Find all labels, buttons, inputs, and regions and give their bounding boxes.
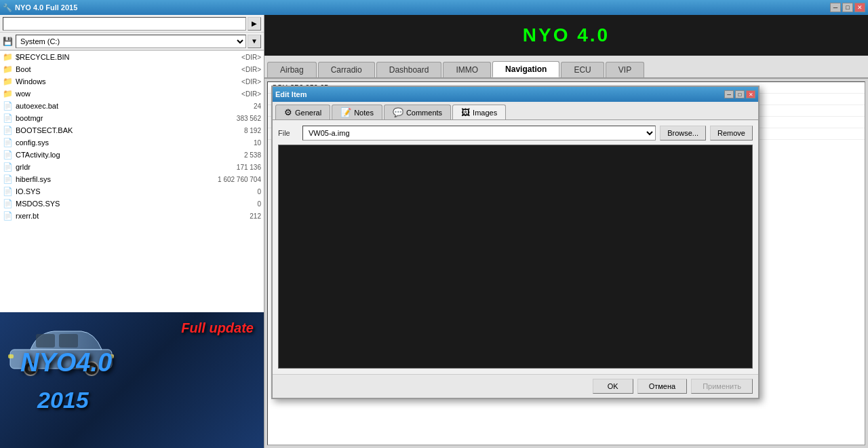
promo-nyo: NYO4.0	[20, 350, 112, 375]
dialog-overlay: Edit Item ─ □ ✕ ⚙General📝Notes💬Comments🖼…	[264, 79, 868, 448]
list-item[interactable]: 📄IO.SYS0	[0, 185, 264, 198]
minimize-button[interactable]: ─	[830, 3, 841, 12]
file-item-name: grldr	[16, 163, 193, 171]
dialog-tab-label: Comments	[406, 109, 442, 117]
list-item[interactable]: 📄grldr171 136	[0, 161, 264, 173]
file-item-size: 1 602 760 704	[193, 176, 261, 183]
file-item-size: 8 192	[193, 127, 261, 134]
file-item-size: <DIR>	[193, 54, 261, 61]
list-item[interactable]: 📄autoexec.bat24	[0, 100, 264, 112]
tab-carradio[interactable]: Carradio	[318, 62, 375, 77]
title-bar-left: 🔧 NYO 4.0 Full 2015	[3, 3, 77, 12]
list-item[interactable]: 📄bootmgr383 562	[0, 112, 264, 124]
app-title: NYO 4.0 Full 2015	[15, 3, 77, 12]
promo-full-update: Full update	[181, 320, 254, 336]
file-item-size: 10	[193, 139, 261, 147]
file-item-name: wow	[16, 90, 193, 98]
dialog-title-bar: Edit Item ─ □ ✕	[273, 87, 758, 102]
browse-button[interactable]: Browse...	[660, 126, 706, 141]
title-bar-controls: ─ □ ✕	[830, 3, 865, 12]
file-item-name: $RECYCLE.BIN	[16, 53, 193, 61]
apply-button[interactable]: Применить	[691, 379, 753, 394]
dialog-tab-images[interactable]: 🖼Images	[452, 105, 506, 119]
tab-ecu[interactable]: ECU	[561, 62, 604, 77]
drive-select[interactable]: System (C:) D: E:	[16, 35, 246, 48]
notes-icon: 📝	[340, 107, 351, 117]
file-item-size: <DIR>	[193, 66, 261, 73]
file-icon: 📄	[3, 101, 13, 111]
main-layout: ▶ 💾 System (C:) D: E: ▼ 📁$RECYCLE.BIN<DI…	[0, 15, 868, 448]
file-icon: 📄	[3, 199, 13, 208]
edit-item-dialog: Edit Item ─ □ ✕ ⚙General📝Notes💬Comments🖼…	[271, 86, 760, 399]
drive-selector: 💾 System (C:) D: E: ▼	[0, 33, 264, 50]
file-icon: 📄	[3, 174, 13, 184]
dialog-title-controls: ─ □ ✕	[724, 90, 755, 98]
dialog-tab-comments[interactable]: 💬Comments	[384, 105, 451, 119]
dialog-tab-notes[interactable]: 📝Notes	[332, 105, 382, 119]
folder-icon: 📁	[3, 64, 13, 74]
ok-button[interactable]: OK	[593, 379, 633, 394]
file-icon: 📄	[3, 211, 13, 221]
list-item[interactable]: 📁$RECYCLE.BIN<DIR>	[0, 51, 264, 63]
list-item[interactable]: 📄BOOTSECT.BAK8 192	[0, 124, 264, 136]
dialog-tab-label: Images	[473, 109, 497, 117]
tab-immo[interactable]: IMMO	[443, 62, 491, 77]
tab-navigation[interactable]: Navigation	[492, 61, 559, 77]
file-list: 📁$RECYCLE.BIN<DIR>📁Boot<DIR>📁Windows<DIR…	[0, 50, 264, 312]
file-icon: 📄	[3, 113, 13, 123]
dialog-minimize-button[interactable]: ─	[724, 90, 734, 98]
image-display: Vcc +12V for unit pin5 ,GND pin 6 and K-…	[278, 145, 753, 369]
file-label: File	[278, 129, 298, 137]
file-item-name: hiberfil.sys	[16, 175, 193, 183]
tab-airbag[interactable]: Airbag	[267, 62, 317, 77]
file-item-size: <DIR>	[193, 90, 261, 98]
file-icon: 📄	[3, 126, 13, 135]
file-item-name: Windows	[16, 77, 193, 86]
file-item-size: 171 136	[193, 164, 261, 171]
drive-icon: 💾	[3, 37, 13, 46]
file-item-name: BOOTSECT.BAK	[16, 126, 193, 134]
address-input[interactable]	[3, 17, 246, 31]
dialog-tab-label: Notes	[354, 109, 374, 117]
tab-vip[interactable]: VIP	[606, 62, 644, 77]
file-select[interactable]: VW05-a.img	[302, 126, 656, 141]
list-item[interactable]: 📄hiberfil.sys1 602 760 704	[0, 173, 264, 185]
cancel-button[interactable]: Отмена	[637, 379, 687, 394]
folder-icon: 📁	[3, 89, 13, 98]
list-item[interactable]: 📁wow<DIR>	[0, 88, 264, 100]
svg-rect-1	[36, 334, 55, 348]
file-item-size: 0	[193, 200, 261, 208]
file-item-size: 24	[193, 102, 261, 110]
dialog-tab-bar: ⚙General📝Notes💬Comments🖼Images	[273, 102, 758, 120]
address-go-button[interactable]: ▶	[248, 17, 261, 31]
list-item[interactable]: 📄CTActivity.log2 538	[0, 149, 264, 161]
general-icon: ⚙	[284, 107, 292, 117]
dialog-tab-general[interactable]: ⚙General	[275, 105, 330, 119]
dialog-tab-label: General	[295, 109, 321, 117]
content-area: SCH-3B0 959 65airbag modul 1C0 5airbag m…	[264, 79, 868, 448]
list-item[interactable]: 📄config.sys10	[0, 136, 264, 149]
close-button[interactable]: ✕	[854, 3, 865, 12]
comments-icon: 💬	[393, 107, 403, 117]
promo-area: Full update NYO4.0 2015	[0, 312, 264, 448]
file-item-name: rxerr.bt	[16, 212, 193, 220]
address-bar: ▶	[0, 15, 264, 33]
list-item[interactable]: 📄rxerr.bt212	[0, 210, 264, 222]
list-item[interactable]: 📁Boot<DIR>	[0, 63, 264, 75]
list-item[interactable]: 📄MSDOS.SYS0	[0, 198, 264, 210]
promo-year: 2015	[37, 387, 89, 413]
drive-dropdown-button[interactable]: ▼	[248, 35, 261, 48]
dialog-close-button[interactable]: ✕	[746, 90, 755, 98]
maximize-button[interactable]: □	[842, 3, 853, 12]
list-item[interactable]: 📁Windows<DIR>	[0, 75, 264, 88]
folder-icon: 📁	[3, 52, 13, 62]
svg-rect-2	[59, 334, 78, 348]
file-icon: 📄	[3, 162, 13, 172]
app-header: NYO 4.0	[264, 15, 868, 56]
remove-button[interactable]: Remove	[710, 126, 753, 141]
dialog-maximize-button[interactable]: □	[735, 90, 745, 98]
file-item-name: MSDOS.SYS	[16, 200, 193, 208]
app-main-title: NYO 4.0	[523, 24, 610, 46]
tab-dashboard[interactable]: Dashboard	[376, 62, 442, 77]
app-icon: 🔧	[3, 3, 12, 12]
